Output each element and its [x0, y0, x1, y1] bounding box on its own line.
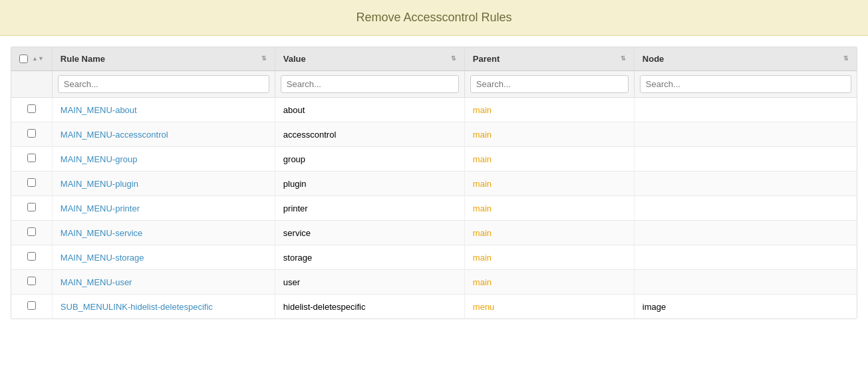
table-row: MAIN_MENU-accesscontrolaccesscontrolmain — [11, 122, 857, 147]
row-node-cell — [634, 196, 857, 221]
row-checkbox-cell — [11, 196, 52, 221]
row-node-cell — [634, 122, 857, 147]
value-search-cell — [275, 71, 464, 98]
row-checkbox-cell — [11, 270, 52, 295]
value-header[interactable]: Value ⇅ — [275, 47, 464, 71]
checkbox-search-cell — [11, 71, 52, 98]
row-node-cell: image — [634, 295, 857, 319]
row-value-cell: storage — [275, 245, 464, 270]
row-rulename-cell: SUB_MENULINK-hidelist-deletespecific — [52, 295, 275, 319]
row-checkbox-cell — [11, 295, 52, 319]
parent-search-input[interactable] — [470, 75, 629, 93]
row-value-cell: about — [275, 98, 464, 122]
row-parent-cell: main — [464, 245, 634, 270]
parent-header-label: Parent — [473, 54, 500, 64]
row-parent-cell: main — [464, 98, 634, 122]
row-checkbox[interactable] — [27, 227, 36, 236]
row-parent-value: main — [473, 179, 492, 189]
row-value-cell: group — [275, 147, 464, 172]
row-node-cell — [634, 270, 857, 295]
node-header-label: Node — [643, 54, 664, 64]
row-checkbox[interactable] — [27, 203, 36, 211]
row-parent-value: menu — [473, 302, 495, 312]
row-node-cell — [634, 221, 857, 245]
row-rulename-link[interactable]: MAIN_MENU-about — [61, 105, 137, 115]
rulename-header[interactable]: Rule Name ⇅ — [52, 47, 275, 71]
row-rulename-link[interactable]: MAIN_MENU-group — [61, 154, 138, 164]
row-parent-value: main — [473, 253, 492, 263]
row-node-cell — [634, 172, 857, 196]
row-checkbox[interactable] — [27, 277, 36, 285]
row-value-cell: plugin — [275, 172, 464, 196]
row-rulename-cell: MAIN_MENU-group — [52, 147, 275, 172]
rules-table: ▲▼ Rule Name ⇅ Value ⇅ — [11, 47, 857, 318]
row-parent-value: main — [473, 154, 492, 164]
row-rulename-link[interactable]: MAIN_MENU-storage — [61, 253, 144, 263]
row-rulename-cell: MAIN_MENU-printer — [52, 196, 275, 221]
row-parent-cell: main — [464, 196, 634, 221]
row-checkbox-cell — [11, 98, 52, 122]
row-parent-value: main — [473, 203, 492, 213]
row-rulename-link[interactable]: MAIN_MENU-plugin — [61, 179, 138, 189]
row-rulename-link[interactable]: MAIN_MENU-printer — [61, 203, 140, 213]
row-rulename-cell: MAIN_MENU-plugin — [52, 172, 275, 196]
row-checkbox-cell — [11, 221, 52, 245]
value-search-input[interactable] — [281, 75, 459, 93]
row-rulename-link[interactable]: MAIN_MENU-user — [61, 277, 132, 287]
rulename-sort-icon: ⇅ — [261, 56, 267, 62]
row-parent-cell: main — [464, 172, 634, 196]
node-header[interactable]: Node ⇅ — [634, 47, 857, 71]
page-header: Remove Accesscontrol Rules — [0, 0, 868, 36]
row-rulename-cell: MAIN_MENU-accesscontrol — [52, 122, 275, 147]
row-checkbox-cell — [11, 122, 52, 147]
row-rulename-cell: MAIN_MENU-service — [52, 221, 275, 245]
row-checkbox[interactable] — [27, 154, 36, 162]
row-node-cell — [634, 98, 857, 122]
node-search-cell — [634, 71, 857, 98]
row-checkbox[interactable] — [27, 178, 36, 187]
row-rulename-cell: MAIN_MENU-storage — [52, 245, 275, 270]
checkbox-sort-icon: ▲▼ — [32, 56, 44, 62]
row-rulename-cell: MAIN_MENU-user — [52, 270, 275, 295]
table-row: MAIN_MENU-groupgroupmain — [11, 147, 857, 172]
parent-header[interactable]: Parent ⇅ — [464, 47, 634, 71]
table-row: SUB_MENULINK-hidelist-deletespecifichide… — [11, 295, 857, 319]
table-row: MAIN_MENU-storagestoragemain — [11, 245, 857, 270]
select-all-header[interactable]: ▲▼ — [11, 47, 52, 71]
row-node-cell — [634, 147, 857, 172]
row-checkbox[interactable] — [27, 252, 36, 261]
table-container: ▲▼ Rule Name ⇅ Value ⇅ — [11, 47, 857, 319]
row-parent-value: main — [473, 130, 492, 140]
row-checkbox[interactable] — [27, 129, 36, 138]
row-parent-cell: main — [464, 221, 634, 245]
row-rulename-cell: MAIN_MENU-about — [52, 98, 275, 122]
row-node-cell — [634, 245, 857, 270]
parent-search-cell — [464, 71, 634, 98]
row-checkbox[interactable] — [27, 104, 36, 113]
row-checkbox-cell — [11, 172, 52, 196]
parent-sort-icon: ⇅ — [621, 56, 626, 62]
node-search-input[interactable] — [640, 75, 851, 93]
row-value-cell: printer — [275, 196, 464, 221]
row-checkbox[interactable] — [27, 301, 36, 310]
row-parent-cell: menu — [464, 295, 634, 319]
table-header-row: ▲▼ Rule Name ⇅ Value ⇅ — [11, 47, 857, 71]
value-header-label: Value — [283, 54, 306, 64]
table-search-row — [11, 71, 857, 98]
row-rulename-link[interactable]: SUB_MENULINK-hidelist-deletespecific — [61, 302, 213, 312]
table-row: MAIN_MENU-userusermain — [11, 270, 857, 295]
table-body: MAIN_MENU-aboutaboutmainMAIN_MENU-access… — [11, 98, 857, 319]
row-rulename-link[interactable]: MAIN_MENU-accesscontrol — [61, 130, 168, 140]
row-value-cell: user — [275, 270, 464, 295]
row-rulename-link[interactable]: MAIN_MENU-service — [61, 228, 143, 238]
row-parent-cell: main — [464, 270, 634, 295]
rulename-search-input[interactable] — [58, 75, 269, 93]
rulename-header-label: Rule Name — [61, 54, 105, 64]
table-row: MAIN_MENU-pluginpluginmain — [11, 172, 857, 196]
table-row: MAIN_MENU-printerprintermain — [11, 196, 857, 221]
select-all-checkbox[interactable] — [19, 55, 28, 63]
rulename-search-cell — [52, 71, 275, 98]
page-title: Remove Accesscontrol Rules — [356, 11, 511, 24]
node-sort-icon: ⇅ — [843, 56, 849, 62]
value-sort-icon: ⇅ — [451, 56, 456, 62]
